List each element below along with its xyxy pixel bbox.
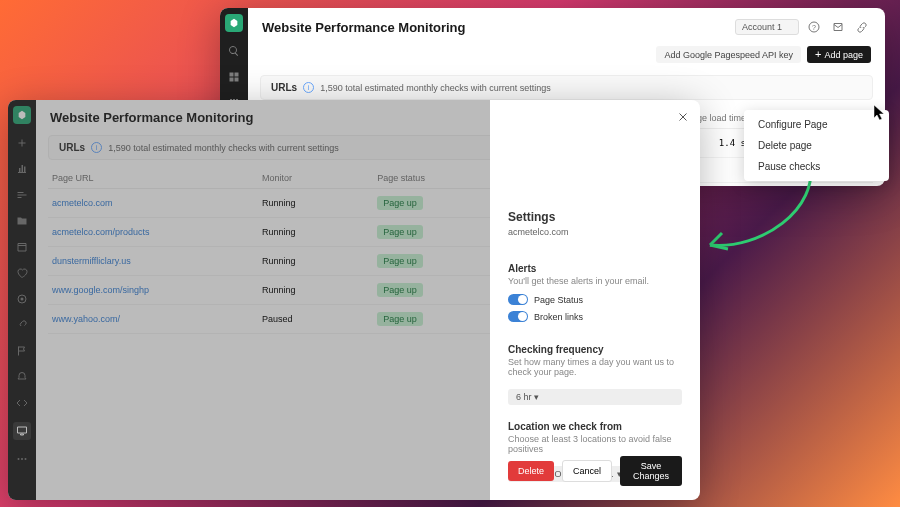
code-icon[interactable] xyxy=(15,396,29,410)
save-changes-button[interactable]: Save Changes xyxy=(620,456,682,486)
app-sidebar xyxy=(8,100,36,500)
page-status-badge: Page up xyxy=(377,283,423,297)
monitor-status: Running xyxy=(258,276,373,305)
page-status-badge: Page up xyxy=(377,196,423,210)
heart-icon[interactable] xyxy=(15,266,29,280)
last-check xyxy=(750,183,849,187)
pause-checks-item[interactable]: Pause checks xyxy=(744,156,889,177)
settings-domain: acmetelco.com xyxy=(508,227,682,237)
calendar-icon[interactable] xyxy=(15,240,29,254)
broken-links-label: Broken links xyxy=(534,312,583,322)
svg-text:?: ? xyxy=(812,24,816,31)
urls-label: URLs xyxy=(59,142,85,153)
configure-page-item[interactable]: Configure Page xyxy=(744,114,889,135)
page-status-badge: Page up xyxy=(377,254,423,268)
add-page-button[interactable]: +Add page xyxy=(807,46,871,63)
monitor-status: Paused xyxy=(258,305,373,334)
mouse-cursor xyxy=(874,105,886,121)
page-status-badge: Page up xyxy=(377,225,423,239)
sliders-icon[interactable] xyxy=(15,188,29,202)
broken-links-toggle[interactable] xyxy=(508,311,528,322)
page-url-link[interactable]: www.google.com/singhp xyxy=(52,285,149,295)
page-title: Website Performance Monitoring xyxy=(50,110,253,125)
urls-label: URLs xyxy=(271,82,297,93)
page-status-toggle[interactable] xyxy=(508,294,528,305)
location-heading: Location we check from xyxy=(508,421,682,432)
help-icon[interactable]: ? xyxy=(805,18,823,36)
page-url-link[interactable]: www.yahoo.com/ xyxy=(52,314,120,324)
settings-footer: Delete Cancel Save Changes xyxy=(508,456,682,486)
svg-point-5 xyxy=(18,458,20,460)
app-logo[interactable] xyxy=(225,14,243,32)
urls-summary-bar: URLs i 1,590 total estimated monthly che… xyxy=(260,75,873,100)
monitor-status: Running xyxy=(258,247,373,276)
bell-icon[interactable] xyxy=(15,370,29,384)
svg-point-6 xyxy=(21,458,23,460)
frequency-heading: Checking frequency xyxy=(508,344,682,355)
link-icon[interactable] xyxy=(15,318,29,332)
dots-icon[interactable] xyxy=(15,452,29,466)
link-icon[interactable] xyxy=(853,18,871,36)
info-icon[interactable]: i xyxy=(91,142,102,153)
settings-title: Settings xyxy=(508,210,682,224)
toolbar: Add Google Pagespeed API key +Add page xyxy=(248,42,885,71)
folder-icon[interactable] xyxy=(15,214,29,228)
monitor-status: Running xyxy=(258,218,373,247)
col-monitor: Monitor xyxy=(258,168,373,189)
svg-point-4 xyxy=(21,298,24,301)
titlebar: Website Performance Monitoring Account 1… xyxy=(248,8,885,42)
alerts-heading: Alerts xyxy=(508,263,682,274)
page-title: Website Performance Monitoring xyxy=(262,20,465,35)
grid-icon[interactable] xyxy=(227,70,241,84)
monitor-status: Running xyxy=(258,189,373,218)
toggle-broken-links-row: Broken links xyxy=(508,311,682,322)
frequency-select[interactable]: 6 hr ▾ xyxy=(508,389,682,405)
target-icon[interactable] xyxy=(15,292,29,306)
plus-icon[interactable] xyxy=(15,136,29,150)
app-logo[interactable] xyxy=(13,106,31,124)
delete-button[interactable]: Delete xyxy=(508,461,554,481)
delete-page-item[interactable]: Delete page xyxy=(744,135,889,156)
cancel-button[interactable]: Cancel xyxy=(562,460,612,482)
row-context-menu: Configure Page Delete page Pause checks xyxy=(744,110,889,181)
page-status-badge: Page up xyxy=(377,312,423,326)
settings-panel: Settings acmetelco.com Alerts You'll get… xyxy=(490,100,700,500)
svg-point-7 xyxy=(25,458,27,460)
toggle-page-status-row: Page Status xyxy=(508,294,682,305)
chart-icon[interactable] xyxy=(15,162,29,176)
page-url-link[interactable]: acmetelco.com xyxy=(52,198,113,208)
mail-icon[interactable] xyxy=(829,18,847,36)
flag-icon[interactable] xyxy=(15,344,29,358)
info-icon[interactable]: i xyxy=(303,82,314,93)
search-icon[interactable] xyxy=(227,44,241,58)
page-status-label: Page Status xyxy=(534,295,583,305)
plus-icon: + xyxy=(815,49,821,60)
urls-text: 1,590 total estimated monthly checks wit… xyxy=(320,83,551,93)
col-page-url: Page URL xyxy=(48,168,258,189)
account-selector[interactable]: Account 1 xyxy=(735,19,799,35)
add-api-key-button[interactable]: Add Google Pagespeed API key xyxy=(656,46,801,63)
location-sub: Choose at least 3 locations to avoid fal… xyxy=(508,434,682,454)
urls-text: 1,590 total estimated monthly checks wit… xyxy=(108,143,339,153)
monitor-icon[interactable] xyxy=(13,422,31,440)
alerts-sub: You'll get these alerts in your email. xyxy=(508,276,682,286)
page-url-link[interactable]: acmetelco.com/products xyxy=(52,227,150,237)
page-url-link[interactable]: dunstermiffliclary.us xyxy=(52,256,131,266)
frequency-sub: Set how many times a day you want us to … xyxy=(508,357,682,377)
close-icon[interactable] xyxy=(674,108,692,126)
